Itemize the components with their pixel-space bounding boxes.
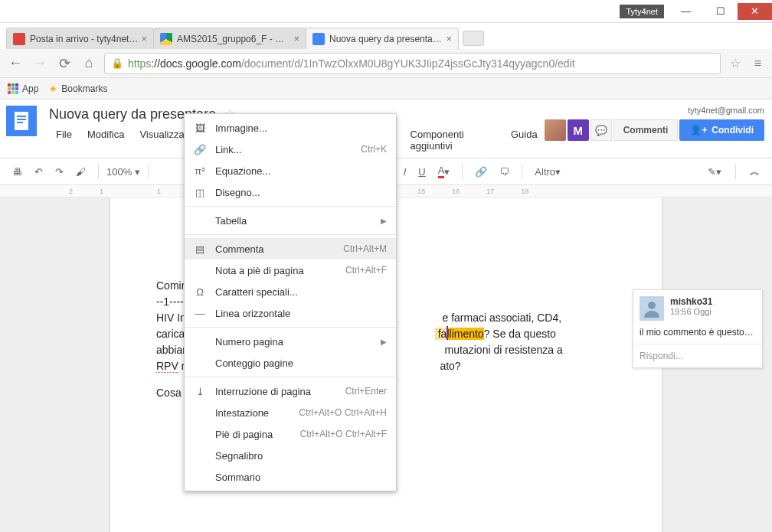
menu-shortcut: Ctrl+Alt+O Ctrl+Alt+H <box>299 407 387 418</box>
apps-label: App <box>22 83 38 94</box>
menu-item-label: Tabella <box>215 215 381 227</box>
tab-label: Nuova query da presentar… <box>329 34 443 44</box>
menu-item-label: Equazione... <box>215 165 387 177</box>
bookmarks-bar: App ★ Bookmarks <box>0 78 772 100</box>
reload-button[interactable]: ⟳ <box>55 54 74 73</box>
back-button[interactable]: ← <box>6 54 25 73</box>
comments-button[interactable]: Commenti <box>613 119 679 141</box>
menu-item[interactable]: ⤓Interruzione di paginaCtrl+Enter <box>185 380 396 402</box>
menu-item-label: Intestazione <box>215 407 299 419</box>
bookmark-item[interactable]: ★ Bookmarks <box>49 83 107 94</box>
menu-help[interactable]: Guida <box>504 126 545 155</box>
url-host: ://docs.google.com <box>151 57 241 70</box>
menu-item[interactable]: Nota a piè di paginaCtrl+Alt+F <box>185 259 396 281</box>
body-text: ? Se da questo <box>484 328 556 340</box>
menu-item[interactable]: ΩCaratteri speciali... <box>185 281 396 302</box>
user-email[interactable]: tyty4net@gmail.com <box>545 106 764 115</box>
pi-icon: π² <box>192 165 208 177</box>
docs-icon <box>312 33 325 45</box>
svg-rect-3 <box>17 122 23 123</box>
minimize-button[interactable]: — <box>669 3 703 20</box>
menu-item[interactable]: IntestazioneCtrl+Alt+O Ctrl+Alt+H <box>185 402 396 423</box>
underline-button[interactable]: U <box>414 163 430 181</box>
insert-menu-dropdown: 🖼Immagine...🔗Link...Ctrl+Kπ²Equazione...… <box>184 113 397 491</box>
print-button[interactable]: 🖶 <box>8 163 27 181</box>
home-button[interactable]: ⌂ <box>80 54 98 73</box>
comment-thread[interactable]: mishko31 19:56 Oggi il mio commento è qu… <box>633 289 763 368</box>
close-tab-icon[interactable]: × <box>141 33 147 44</box>
menu-file[interactable]: File <box>49 126 79 155</box>
chat-button[interactable]: 💬 <box>590 119 612 141</box>
url-protocol: https <box>128 57 151 70</box>
zoom-select[interactable]: 100% ▾ <box>106 166 140 178</box>
chevron-down-icon: ▾ <box>555 166 561 178</box>
menu-item[interactable]: ◫Disegno... <box>185 181 396 203</box>
highlighted-text: fa <box>435 328 447 340</box>
menu-item[interactable]: Numero pagina▶ <box>185 331 396 352</box>
menu-shortcut: Ctrl+Alt+M <box>343 243 387 254</box>
menu-item[interactable]: Segnalibro <box>185 445 396 466</box>
paint-format-button[interactable]: 🖌 <box>71 163 90 181</box>
comment-reply-input[interactable]: Rispondi... <box>633 344 762 367</box>
svg-rect-0 <box>15 112 28 130</box>
comment-time: 19:56 Oggi <box>670 307 712 316</box>
maximize-button[interactable]: ☐ <box>703 3 738 20</box>
tab-label: AMS2015_gruppo6_F - Gc… <box>177 34 290 44</box>
menu-item-label: Conteggio pagine <box>215 357 387 369</box>
svg-rect-2 <box>17 119 26 120</box>
address-bar: ← → ⟳ ⌂ 🔒 https://docs.google.com/docume… <box>0 49 772 78</box>
italic-button[interactable]: I <box>399 163 411 181</box>
undo-button[interactable]: ↶ <box>30 163 47 181</box>
insert-link-button[interactable]: 🔗 <box>470 163 492 181</box>
menu-item[interactable]: Conteggio pagine <box>185 352 396 374</box>
redo-button[interactable]: ↷ <box>51 163 68 181</box>
menu-item[interactable]: π²Equazione... <box>185 160 396 181</box>
bookmark-star-icon[interactable]: ☆ <box>727 56 744 70</box>
highlighted-text: llimento <box>447 328 483 340</box>
menu-item[interactable]: Sommario <box>185 466 396 488</box>
menu-item-label: Commenta <box>215 243 343 255</box>
new-tab-button[interactable] <box>463 31 484 46</box>
collaborator-avatar[interactable] <box>545 119 566 141</box>
editing-mode-button[interactable]: ✎ ▾ <box>703 163 726 181</box>
text-color-button[interactable]: A ▾ <box>433 162 455 181</box>
docs-logo[interactable] <box>6 106 37 136</box>
tab-label: Posta in arrivo - tyty4net… <box>30 34 138 44</box>
share-button[interactable]: 👤+ Condividi <box>679 119 764 141</box>
collapse-toolbar-button[interactable]: ︽ <box>745 162 764 181</box>
forward-button[interactable]: → <box>31 54 49 73</box>
menu-item[interactable]: ▤CommentaCtrl+Alt+M <box>185 238 396 259</box>
browser-menu-button[interactable]: ≡ <box>750 57 766 70</box>
url-input[interactable]: 🔒 https://docs.google.com/document/d/1In… <box>104 53 721 74</box>
menu-edit[interactable]: Modifica <box>80 126 131 155</box>
menu-item[interactable]: Piè di paginaCtrl+Alt+O Ctrl+Alt+F <box>185 423 396 445</box>
menu-item-label: Numero pagina <box>215 336 381 348</box>
menu-item[interactable]: 🔗Link...Ctrl+K <box>185 139 396 160</box>
drive-icon <box>160 33 172 45</box>
menu-item[interactable]: 🖼Immagine... <box>185 117 396 139</box>
more-button[interactable]: Altro ▾ <box>530 163 565 181</box>
menu-item-label: Piè di pagina <box>215 429 300 440</box>
menu-addons[interactable]: Componenti aggiuntivi <box>404 126 502 155</box>
browser-tab[interactable]: Posta in arrivo - tyty4net… × <box>6 28 154 49</box>
browser-tab[interactable]: AMS2015_gruppo6_F - Gc… × <box>153 28 306 49</box>
draw-icon: ◫ <box>192 187 208 198</box>
menu-item[interactable]: —Linea orizzontale <box>185 302 396 324</box>
apps-button[interactable]: App <box>8 83 38 94</box>
commenter-avatar <box>640 296 664 321</box>
menu-item-label: Segnalibro <box>215 450 387 462</box>
collaborator-avatar[interactable]: M <box>568 119 589 141</box>
close-button[interactable]: ✕ <box>738 3 772 20</box>
menu-item[interactable]: Tabella▶ <box>185 210 396 231</box>
browser-tab-active[interactable]: Nuova query da presentar… × <box>306 28 459 49</box>
commenter-name: mishko31 <box>670 296 712 307</box>
close-tab-icon[interactable]: × <box>293 33 299 44</box>
svg-rect-1 <box>17 116 26 117</box>
menu-view[interactable]: Visualizza <box>132 126 191 155</box>
insert-comment-button[interactable]: 🗨 <box>495 163 514 181</box>
close-tab-icon[interactable]: × <box>446 33 452 44</box>
chevron-down-icon: ▾ <box>135 166 140 178</box>
link-icon: 🔗 <box>192 144 208 155</box>
apps-grid-icon <box>8 83 18 94</box>
menu-item-label: Sommario <box>215 472 387 483</box>
